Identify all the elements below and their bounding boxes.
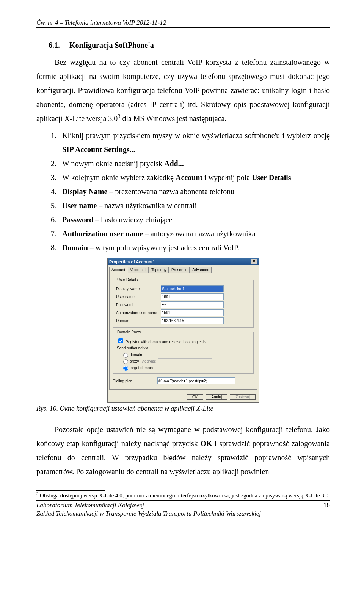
step-item: W kolejnym oknie wybierz zakładkę Accoun… — [58, 171, 330, 185]
figure-caption: Rys. 10. Okno konfiguracji ustawień abon… — [36, 405, 330, 413]
domain-input[interactable] — [161, 317, 224, 324]
radio-proxy-label: proxy — [130, 359, 139, 363]
step-item: Password – hasło uwierzytelniające — [58, 213, 330, 227]
tab-topology[interactable]: Topology — [149, 267, 169, 273]
send-via-label: Send outbound via: — [117, 346, 250, 350]
step-item: Kliknij prawym przyciskiem myszy w oknie… — [58, 129, 330, 157]
footer-line-2: Zakład Telekomunikacji w Transporcie Wyd… — [36, 510, 330, 517]
page-number: 18 — [323, 502, 330, 509]
password-input[interactable] — [161, 301, 224, 308]
page-header: Ćw. nr 4 – Telefonia internetowa VoIP 20… — [36, 19, 330, 28]
ok-button[interactable]: OK — [187, 394, 203, 400]
step-item: Domain – w tym polu wpisywany jest adres… — [58, 241, 330, 255]
section-title: Konfiguracja SoftPhone'a — [69, 41, 154, 49]
domain-proxy-fieldset: Domain Proxy Register with domain and re… — [113, 330, 254, 374]
domain-proxy-legend: Domain Proxy — [116, 330, 142, 334]
dialog-title: Properties of Account1 — [109, 259, 155, 264]
properties-dialog: Properties of Account1 × Account Voicema… — [107, 258, 259, 403]
dialog-buttons: OK Anuluj Zastosuj — [108, 392, 259, 402]
user-details-fieldset: User Details Display Name User name Pass… — [113, 278, 254, 328]
footnote-separator — [36, 490, 105, 491]
register-checkbox-label: Register with domain and receive incomin… — [126, 340, 206, 344]
footnote: 3 Obsługa dostępnej wersji X-Lite 4.0, p… — [36, 491, 330, 500]
password-label: Password — [116, 303, 161, 307]
display-name-label: Display Name — [116, 287, 161, 291]
footer-separator — [36, 500, 330, 501]
tab-voicemail[interactable]: Voicemail — [128, 267, 149, 273]
domain-label: Domain — [116, 319, 161, 323]
apply-button[interactable]: Zastosuj — [230, 394, 256, 400]
tab-presence[interactable]: Presence — [169, 267, 190, 273]
proxy-address-label: Address — [142, 359, 156, 363]
radio-domain[interactable] — [123, 353, 128, 358]
tab-advanced[interactable]: Advanced — [190, 267, 211, 273]
step-item: Display Name – prezentowana nazwa abonen… — [58, 185, 330, 199]
display-name-input[interactable] — [161, 285, 224, 292]
user-details-legend: User Details — [116, 278, 139, 282]
auth-user-label: Authorization user name — [116, 311, 161, 315]
paragraph-2: Pozostałe opcje ustawień nie są wymagane… — [36, 423, 330, 479]
cancel-button[interactable]: Anuluj — [206, 394, 228, 400]
paragraph-1: Bez względu na to czy abonent centrali V… — [36, 55, 330, 126]
steps-list: Kliknij prawym przyciskiem myszy w oknie… — [47, 129, 330, 255]
user-name-label: User name — [116, 295, 161, 299]
dialing-plan-input[interactable] — [157, 377, 235, 384]
proxy-address-input[interactable] — [158, 358, 212, 364]
section-number: 6.1. — [49, 41, 60, 49]
radio-target[interactable] — [123, 366, 128, 371]
close-icon[interactable]: × — [251, 259, 257, 264]
user-name-input[interactable] — [161, 293, 224, 300]
step-item: User name – nazwa użytkownika w centrali — [58, 199, 330, 213]
step-item: Authorization user name – autoryzowana n… — [58, 227, 330, 241]
tab-account[interactable]: Account — [109, 267, 127, 273]
register-checkbox[interactable] — [118, 338, 123, 343]
dialing-plan-label: Dialing plan — [113, 379, 157, 383]
radio-proxy[interactable] — [123, 359, 128, 364]
step-item: W nowym oknie naciśnij prycisk Add... — [58, 157, 330, 171]
dialog-tabs: Account Voicemail Topology Presence Adva… — [109, 267, 257, 273]
footer-left: Laboratorium Telekomunikacji Kolejowej — [36, 502, 144, 509]
dialog-titlebar: Properties of Account1 × — [108, 258, 259, 265]
radio-target-label: target domain — [130, 366, 153, 370]
auth-user-input[interactable] — [161, 309, 224, 316]
register-checkbox-row: Register with domain and receive incomin… — [117, 337, 250, 344]
radio-domain-label: domain — [130, 353, 142, 357]
